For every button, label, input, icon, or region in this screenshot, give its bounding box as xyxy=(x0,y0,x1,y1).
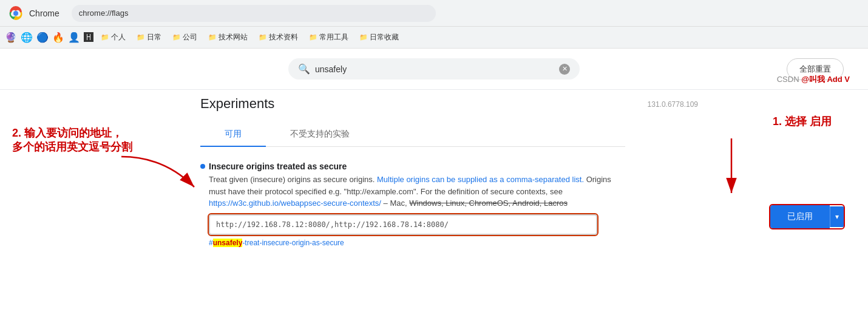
highlighted-text: unsafely xyxy=(213,239,243,247)
bookmark-icon-6[interactable]: 🅷 xyxy=(84,32,93,43)
bookmark-icon-3[interactable]: 🔵 xyxy=(36,32,49,43)
active-dot xyxy=(200,164,205,169)
bookmark-tech-sites[interactable]: 📁 技术网站 xyxy=(205,31,251,44)
bookmark-icon-1[interactable]: 🔮 xyxy=(5,32,17,43)
tab-unsupported[interactable]: 不受支持的实验 xyxy=(266,123,374,146)
version-number: 131.0.6778.109 xyxy=(648,100,698,109)
address-bar[interactable]: chrome://flags xyxy=(72,5,436,22)
folder-icon: 📁 xyxy=(359,33,368,41)
address-bar-url: chrome://flags xyxy=(79,8,129,18)
tab-available[interactable]: 可用 xyxy=(200,123,266,147)
bookmark-daily[interactable]: 📁 日常 xyxy=(133,31,165,44)
bookmark-label: 日常 xyxy=(147,32,161,42)
search-input[interactable] xyxy=(315,64,554,74)
annotation-right-text: 1. 选择 启用 xyxy=(773,114,832,129)
enable-dropdown: 已启用 ▾ xyxy=(770,205,844,228)
experiments-title: Experiments xyxy=(200,86,274,114)
bookmark-icon-2[interactable]: 🌐 xyxy=(21,32,33,43)
svg-point-0 xyxy=(13,11,18,16)
flags-header: 🔍 ✕ 全部重置 xyxy=(0,49,868,90)
bookmark-personal[interactable]: 📁 个人 xyxy=(97,31,129,44)
bookmark-label: 常用工具 xyxy=(319,32,348,42)
folder-icon: 📁 xyxy=(208,33,217,41)
search-box: 🔍 ✕ xyxy=(288,58,580,80)
origins-input[interactable]: http://192.168.78.12:8080/,http://192.16… xyxy=(209,214,597,235)
bookmark-label: 技术资料 xyxy=(269,32,298,42)
clear-search-button[interactable]: ✕ xyxy=(559,64,570,75)
bookmark-label: 个人 xyxy=(111,32,126,42)
experiment-description: Treat given (insecure) origins as secure… xyxy=(209,174,613,209)
tabs-container: 可用 不受支持的实验 Insecure origins treated as s… xyxy=(200,123,625,252)
folder-icon: 📁 xyxy=(101,33,109,41)
version-area: 131.0.6778.109 xyxy=(648,98,698,109)
arrow-right xyxy=(707,132,756,205)
experiment-name: Insecure origins treated as secure xyxy=(209,161,347,171)
annotation-left-text: 2. 输入要访问的地址，多个的话用英文逗号分割 xyxy=(12,126,132,155)
experiment-card: Insecure origins treated as secure Treat… xyxy=(200,157,613,252)
flag-link-row: #unsafely-treat-insecure-origin-as-secur… xyxy=(209,239,613,247)
bookmark-icon-4[interactable]: 🔥 xyxy=(52,32,64,43)
bookmark-label: 技术网站 xyxy=(219,32,248,42)
page-content: 🔍 ✕ 全部重置 2. 输入要访问的地址，多个的话用英文逗号分割 Experim… xyxy=(0,49,868,326)
chrome-logo xyxy=(7,5,24,22)
bookmark-tools[interactable]: 📁 常用工具 xyxy=(305,31,352,44)
enable-button[interactable]: 已启用 xyxy=(770,205,830,228)
folder-icon: 📁 xyxy=(137,33,145,41)
experiments-title-area: Experiments xyxy=(200,96,274,112)
folder-icon: 📁 xyxy=(309,33,317,41)
bookmark-label: 日常收藏 xyxy=(370,32,399,42)
folder-icon: 📁 xyxy=(172,33,181,41)
flag-link[interactable]: #unsafely-treat-insecure-origin-as-secur… xyxy=(209,239,344,247)
bookmark-favorites[interactable]: 📁 日常收藏 xyxy=(356,31,402,44)
experiment-title-row: Insecure origins treated as secure xyxy=(200,161,613,171)
arrow-left xyxy=(115,151,200,199)
tabs-row: 可用 不受支持的实验 xyxy=(200,123,625,147)
watermark-highlight: @叫我 Add V xyxy=(801,75,850,84)
watermark: CSDN @叫我 Add V xyxy=(777,74,850,85)
search-icon: 🔍 xyxy=(298,63,310,75)
bookmark-company[interactable]: 📁 公司 xyxy=(169,31,201,44)
bookmarks-bar: 🔮 🌐 🔵 🔥 👤 🅷 📁 个人 📁 日常 📁 公司 📁 技术网站 📁 技术资料… xyxy=(0,27,868,49)
browser-tab-title: Chrome xyxy=(29,8,59,18)
bookmark-label: 公司 xyxy=(183,32,197,42)
bookmark-tech-resources[interactable]: 📁 技术资料 xyxy=(255,31,302,44)
link-suffix: -treat-insecure-origin-as-secure xyxy=(242,239,344,247)
folder-icon: 📁 xyxy=(259,33,267,41)
browser-titlebar: Chrome chrome://flags xyxy=(0,0,868,27)
bookmark-icon-5[interactable]: 👤 xyxy=(68,32,80,43)
enable-chevron-button[interactable]: ▾ xyxy=(830,206,844,227)
